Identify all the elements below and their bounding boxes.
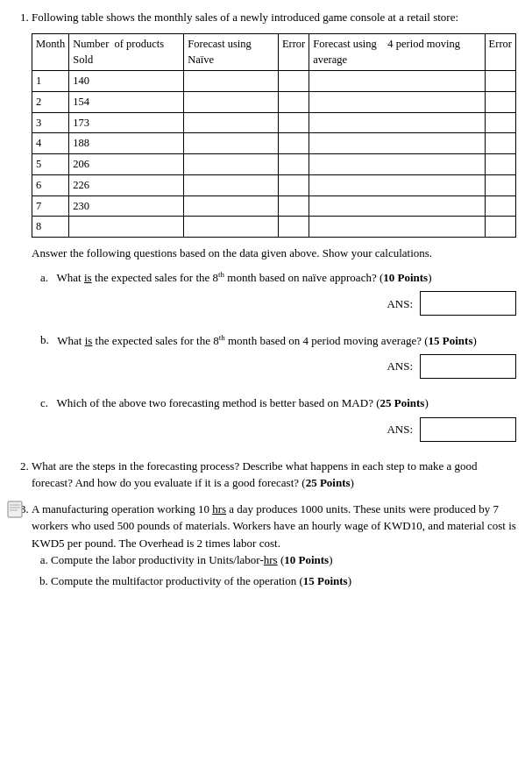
table-cell-r0-c4 xyxy=(309,71,485,92)
sub-question-1b-text: b. What is the expected sales for the 8t… xyxy=(40,331,516,349)
table-cell-r1-c5 xyxy=(485,91,515,112)
sub-question-1c-text: c. Which of the above two forecasting me… xyxy=(40,395,516,412)
sq1c-label: c. xyxy=(40,396,54,409)
col-header-month: Month xyxy=(32,33,69,71)
table-cell-r5-c3 xyxy=(278,174,309,196)
table-cell-r5-c2 xyxy=(184,174,279,196)
sub-question-1a-text: a. What is the expected sales for the 8t… xyxy=(40,269,516,287)
ans-box-1b[interactable] xyxy=(420,354,516,379)
table-cell-r6-c1: 230 xyxy=(69,196,184,217)
table-cell-r6-c4 xyxy=(309,196,485,217)
table-cell-r0-c2 xyxy=(184,71,279,92)
table-cell-r2-c2 xyxy=(184,112,279,133)
question-3-sublist: Compute the labor productivity in Units/… xyxy=(32,551,516,589)
col-header-products: Number of products Sold xyxy=(69,33,184,71)
ans-row-1b: ANS: xyxy=(40,354,516,379)
table-cell-r7-c5 xyxy=(485,217,515,238)
col-header-forecast-naive: Forecast using Naïve xyxy=(184,33,279,71)
ans-box-1c[interactable] xyxy=(420,417,516,442)
sales-table-container: Month Number of products Sold Forecast u… xyxy=(32,33,516,238)
col-header-error1: Error xyxy=(278,33,309,71)
sub-questions-1: a. What is the expected sales for the 8t… xyxy=(32,269,516,442)
col-header-error2: Error xyxy=(485,33,515,71)
sq1c-text1: Which of the above two forecasting metho… xyxy=(57,396,429,409)
table-cell-r4-c0: 5 xyxy=(32,154,69,175)
table-cell-r7-c4 xyxy=(309,217,485,238)
question-2: What are the steps in the forecasting pr… xyxy=(32,458,516,492)
table-cell-r5-c4 xyxy=(309,174,485,196)
sub-question-1b: b. What is the expected sales for the 8t… xyxy=(40,331,516,379)
ans-row-1a: ANS: xyxy=(40,291,516,316)
table-cell-r7-c2 xyxy=(184,217,279,238)
table-cell-r1-c4 xyxy=(309,91,485,112)
question-3-text: A manufacturing operation working 10 hrs… xyxy=(32,502,516,550)
table-cell-r7-c0: 8 xyxy=(32,217,69,238)
q3a-text: Compute the labor productivity in Units/… xyxy=(51,553,332,566)
sub-question-1a: a. What is the expected sales for the 8t… xyxy=(40,269,516,316)
question-3a: Compute the labor productivity in Units/… xyxy=(51,551,516,569)
table-cell-r4-c1: 206 xyxy=(69,154,184,175)
table-cell-r3-c3 xyxy=(278,133,309,154)
table-cell-r4-c5 xyxy=(485,154,515,175)
table-cell-r0-c3 xyxy=(278,71,309,92)
table-cell-r0-c5 xyxy=(485,71,515,92)
table-cell-r6-c2 xyxy=(184,196,279,217)
table-cell-r2-c0: 3 xyxy=(32,112,69,133)
svg-rect-0 xyxy=(8,501,22,517)
table-cell-r3-c4 xyxy=(309,133,485,154)
table-cell-r1-c1: 154 xyxy=(69,91,184,112)
sq1a-text1: What is the expected sales for the 8th m… xyxy=(57,271,432,284)
table-cell-r7-c3 xyxy=(278,217,309,238)
question-2-text: What are the steps in the forecasting pr… xyxy=(32,459,478,490)
sq1b-text1: What is the expected sales for the 8th m… xyxy=(57,334,477,347)
table-cell-r5-c1: 226 xyxy=(69,174,184,196)
col-header-forecast-ma: Forecast using 4 period moving average xyxy=(309,33,485,71)
table-cell-r3-c2 xyxy=(184,133,279,154)
table-cell-r0-c1: 140 xyxy=(69,71,184,92)
table-cell-r5-c0: 6 xyxy=(32,174,69,196)
table-cell-r2-c5 xyxy=(485,112,515,133)
table-cell-r6-c5 xyxy=(485,196,515,217)
sq1b-label: b. xyxy=(40,334,54,347)
question-3b: Compute the multifactor productivity of … xyxy=(51,572,516,590)
table-cell-r4-c3 xyxy=(278,154,309,175)
table-cell-r4-c4 xyxy=(309,154,485,175)
table-cell-r2-c3 xyxy=(278,112,309,133)
ans-label-1a: ANS: xyxy=(387,295,413,313)
table-cell-r3-c5 xyxy=(485,133,515,154)
table-cell-r4-c2 xyxy=(184,154,279,175)
sq1a-label: a. xyxy=(40,271,54,284)
table-cell-r2-c1: 173 xyxy=(69,112,184,133)
table-note: Answer the following questions based on … xyxy=(32,245,516,262)
ans-label-1c: ANS: xyxy=(387,421,413,438)
sales-table: Month Number of products Sold Forecast u… xyxy=(32,33,516,238)
ans-row-1c: ANS: xyxy=(40,417,516,442)
table-cell-r1-c2 xyxy=(184,91,279,112)
table-cell-r3-c0: 4 xyxy=(32,133,69,154)
ans-box-1a[interactable] xyxy=(420,291,516,316)
table-cell-r5-c5 xyxy=(485,174,515,196)
table-cell-r6-c3 xyxy=(278,196,309,217)
question-3: A manufacturing operation working 10 hrs… xyxy=(32,501,516,590)
table-cell-r2-c4 xyxy=(309,112,485,133)
question-1: Following table shows the monthly sales … xyxy=(32,9,516,442)
table-cell-r1-c0: 2 xyxy=(32,91,69,112)
table-cell-r6-c0: 7 xyxy=(32,196,69,217)
table-cell-r1-c3 xyxy=(278,91,309,112)
table-cell-r3-c1: 188 xyxy=(69,133,184,154)
corner-page-icon xyxy=(7,501,23,523)
table-cell-r7-c1 xyxy=(69,217,184,238)
table-cell-r0-c0: 1 xyxy=(32,71,69,92)
question-1-text: Following table shows the monthly sales … xyxy=(32,11,458,24)
q3b-text: Compute the multifactor productivity of … xyxy=(51,574,351,587)
sub-question-1c: c. Which of the above two forecasting me… xyxy=(40,395,516,442)
ans-label-1b: ANS: xyxy=(387,358,413,375)
